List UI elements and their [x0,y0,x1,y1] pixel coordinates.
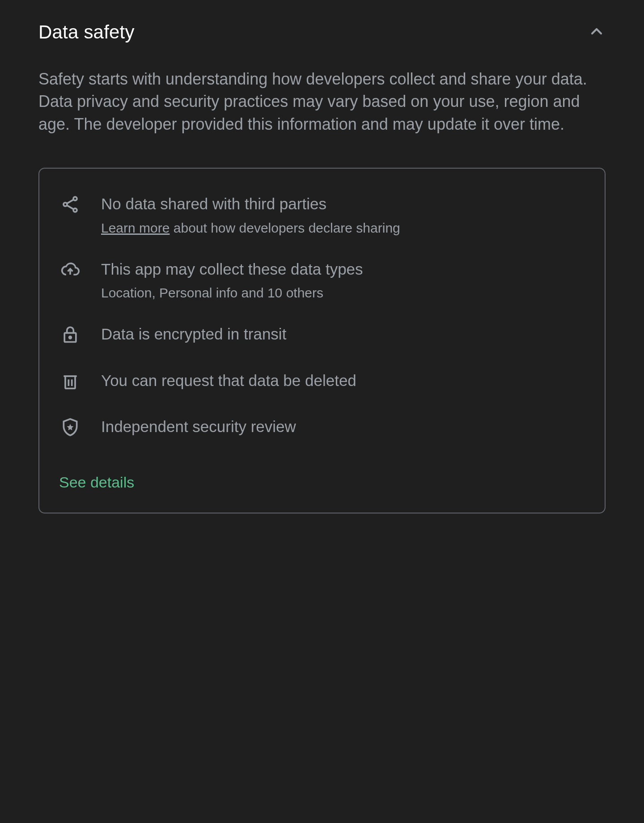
data-safety-item: No data shared with third parties Learn … [59,194,585,238]
item-subtext: Location, Personal info and 10 others [101,284,585,302]
shield-star-icon [59,416,81,437]
item-subtext: Learn more about how developers declare … [101,219,585,238]
svg-line-3 [67,200,74,204]
section-description: Safety starts with understanding how dev… [38,68,606,136]
item-heading: You can request that data be deleted [101,370,585,391]
cloud-upload-icon [59,259,81,280]
data-safety-card: No data shared with third parties Learn … [38,168,606,513]
svg-point-1 [64,203,67,206]
data-safety-item: This app may collect these data types Lo… [59,259,585,303]
section-header: Data safety [38,21,606,43]
item-heading: This app may collect these data types [101,259,585,280]
share-icon [59,194,81,214]
learn-more-link[interactable]: Learn more [101,221,169,235]
data-safety-item: Data is encrypted in transit [59,324,585,349]
see-details-link[interactable]: See details [59,474,134,491]
item-heading: No data shared with third parties [101,194,585,214]
item-heading: Data is encrypted in transit [101,324,585,344]
svg-point-2 [73,208,77,212]
collapse-toggle[interactable] [588,22,606,42]
data-safety-item: Independent security review [59,416,585,441]
data-safety-item: You can request that data be deleted [59,370,585,395]
svg-point-0 [73,197,77,200]
lock-icon [59,324,81,344]
svg-point-7 [69,336,72,339]
section-title: Data safety [38,21,135,43]
svg-marker-10 [67,424,74,430]
item-heading: Independent security review [101,416,585,437]
item-sub-rest: about how developers declare sharing [169,221,400,235]
chevron-up-icon [588,22,606,42]
trash-icon [59,370,81,391]
svg-line-4 [67,205,74,209]
